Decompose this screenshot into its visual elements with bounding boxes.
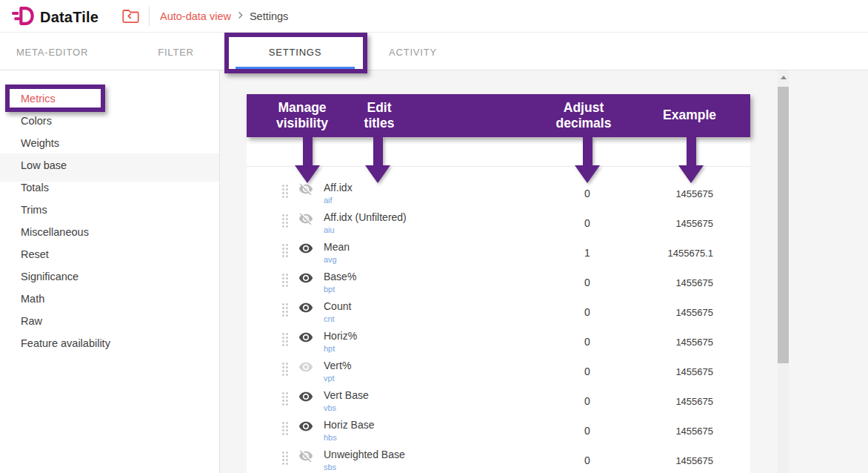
decimals-value[interactable]: 0 (543, 454, 632, 466)
decimals-value[interactable]: 0 (543, 277, 632, 288)
metric-title[interactable]: Aff.idx (Unfiltered) (324, 211, 407, 223)
drag-handle-icon[interactable] (281, 332, 288, 346)
example-value: 1455675 (632, 366, 713, 377)
decimals-value[interactable]: 0 (543, 395, 632, 407)
visibility-toggle-icon[interactable] (298, 449, 313, 463)
decimals-value[interactable]: 0 (543, 425, 632, 437)
sidebar-item-colors[interactable]: Colors (0, 110, 219, 132)
sidebar-item-significance[interactable]: Significance (0, 265, 219, 288)
metric-row: Horiz Base hbs 0 1455675 (247, 413, 750, 443)
metric-title[interactable]: Mean (324, 241, 350, 253)
sidebar-item-totals[interactable]: Totals (0, 176, 219, 199)
sidebar-item-miscellaneous[interactable]: Miscellaneous (0, 221, 219, 243)
tab-filter[interactable]: FILTER (130, 33, 222, 70)
decimals-value[interactable]: 0 (543, 188, 632, 199)
metric-row: Count cnt 0 1455675 (247, 294, 750, 324)
metric-title[interactable]: Horiz Base (324, 419, 374, 431)
example-value: 1455675 (632, 455, 713, 466)
example-value: 1455675 (632, 426, 713, 437)
drag-handle-icon[interactable] (281, 243, 288, 257)
metric-row: Unweighted Base sbs 0 1455675 (247, 443, 750, 472)
sidebar-item-metrics[interactable]: Metrics (0, 87, 219, 110)
drag-handle-icon[interactable] (281, 362, 288, 376)
metric-title[interactable]: Vert Base (324, 389, 369, 401)
drag-handle-icon[interactable] (281, 391, 288, 406)
metric-code: aiu (324, 225, 407, 234)
drag-handle-icon[interactable] (281, 273, 288, 287)
drag-handle-icon[interactable] (281, 214, 288, 228)
decimals-value[interactable]: 0 (543, 366, 632, 377)
decimals-value[interactable]: 0 (543, 217, 632, 229)
sidebar-item-low-base[interactable]: Low base (0, 154, 219, 176)
breadcrumb-current: Settings (250, 10, 288, 22)
example-value: 1455675 (632, 337, 713, 348)
metric-title[interactable]: Horiz% (324, 330, 357, 342)
annotation-arrow-example (678, 137, 704, 183)
visibility-toggle-icon[interactable] (298, 241, 313, 256)
metric-code: vbs (324, 403, 369, 412)
table-header-divider (247, 166, 750, 167)
visibility-toggle-icon[interactable] (298, 211, 313, 226)
metric-title[interactable]: Count (324, 300, 351, 312)
scroll-up-button[interactable] (778, 70, 789, 84)
annotation-arrow-edit-titles (365, 137, 390, 183)
metric-row: Base% bpt 0 1455675 (247, 265, 750, 294)
annotation-arrow-adjust-decimals (575, 137, 600, 183)
tab-meta-editor[interactable]: META-EDITOR (6, 33, 99, 70)
visibility-toggle-icon[interactable] (298, 271, 313, 285)
sidebar-list: MetricsColorsWeightsLow baseTotalsTrimsM… (0, 87, 219, 354)
breadcrumb-parent-link[interactable]: Auto-data view (160, 10, 231, 22)
tab-activity[interactable]: ACTIVITY (367, 33, 459, 70)
metric-code: aif (324, 196, 353, 205)
annotation-label-edit-titles: Edit titles (353, 100, 405, 131)
metric-title[interactable]: Aff.idx (324, 182, 353, 194)
drag-handle-icon[interactable] (281, 451, 288, 465)
logo[interactable]: DataTile (12, 6, 99, 29)
annotation-label-manage-visibility: Manage visibility (254, 100, 350, 131)
metric-code: hpt (324, 344, 357, 353)
example-value: 1455675 (632, 218, 713, 229)
visibility-toggle-icon[interactable] (298, 389, 313, 404)
visibility-toggle-icon[interactable] (298, 300, 313, 315)
sidebar-item-math[interactable]: Math (0, 288, 219, 310)
example-value: 1455675 (632, 396, 713, 407)
metric-code: hbs (324, 433, 374, 442)
visibility-toggle-icon[interactable] (298, 419, 313, 434)
metric-row: Vert Base vbs 0 1455675 (247, 383, 750, 413)
breadcrumb: Auto-data view Settings (160, 0, 288, 33)
drag-handle-icon[interactable] (281, 421, 288, 435)
visibility-toggle-icon[interactable] (298, 360, 313, 374)
metric-code: bpt (324, 285, 356, 294)
top-bar: DataTile Auto-data view Settings (0, 0, 868, 33)
annotation-label-example: Example (645, 108, 734, 123)
metric-title[interactable]: Unweighted Base (324, 449, 405, 460)
annotation-arrow-manage-visibility (295, 137, 320, 183)
drag-handle-icon[interactable] (281, 302, 288, 317)
decimals-value[interactable]: 1 (543, 247, 632, 259)
sidebar-item-weights[interactable]: Weights (0, 132, 219, 154)
example-value: 1455675 (632, 277, 713, 288)
metric-row: Vert% vpt 0 1455675 (247, 354, 750, 383)
sidebar-item-feature-availability[interactable]: Feature availability (0, 332, 219, 354)
metric-title[interactable]: Vert% (324, 360, 351, 371)
sidebar-item-raw[interactable]: Raw (0, 310, 219, 332)
decimals-value[interactable]: 0 (543, 336, 632, 348)
scrollbar-thumb[interactable] (778, 87, 789, 363)
tab-bar: META-EDITOR FILTER SETTINGS ACTIVITY (0, 33, 868, 70)
tab-settings[interactable]: SETTINGS (249, 33, 341, 70)
visibility-toggle-icon[interactable] (298, 330, 313, 345)
example-value: 1455675 (632, 307, 713, 318)
vertical-scrollbar[interactable] (778, 70, 789, 473)
metric-code: cnt (324, 314, 351, 323)
sidebar-item-reset[interactable]: Reset (0, 243, 219, 265)
sidebar-item-trims[interactable]: Trims (0, 199, 219, 221)
decimals-value[interactable]: 0 (543, 306, 632, 318)
back-to-folder-icon[interactable] (121, 7, 141, 25)
app-window: DataTile Auto-data view Settings META-ED… (0, 0, 868, 473)
metric-title[interactable]: Base% (324, 271, 356, 282)
metric-row: Aff.idx aif 0 1455675 (247, 176, 750, 205)
metric-row: Horiz% hpt 0 1455675 (247, 324, 750, 354)
drag-handle-icon[interactable] (281, 184, 288, 198)
settings-sidebar: MetricsColorsWeightsLow baseTotalsTrimsM… (0, 70, 220, 473)
visibility-toggle-icon[interactable] (298, 182, 313, 196)
